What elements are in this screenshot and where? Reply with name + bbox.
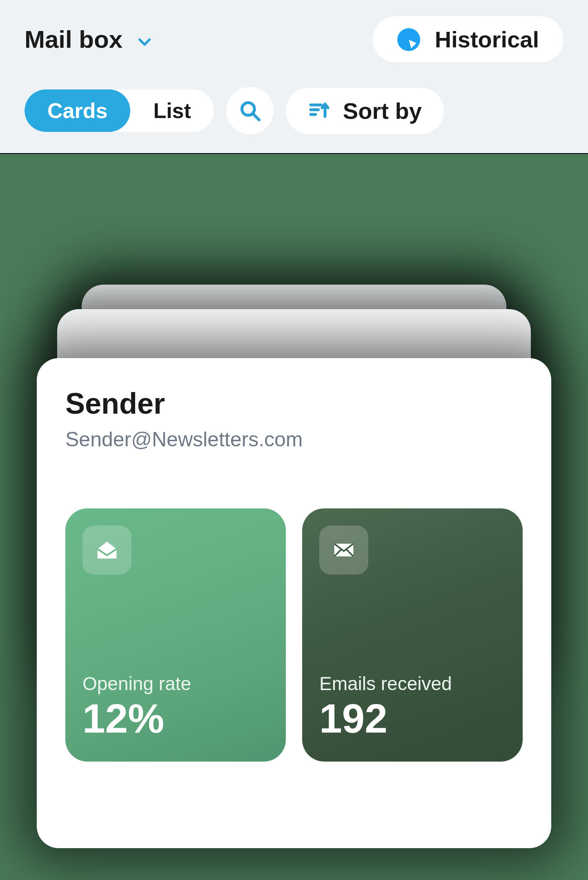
card-stage: Sender Sender@Newsletters.com Opening ra…	[0, 154, 588, 862]
top-bar: Mail box Historical Cards List	[0, 0, 588, 154]
historical-button[interactable]: Historical	[373, 16, 564, 62]
historical-label: Historical	[435, 26, 539, 53]
search-button[interactable]	[226, 87, 274, 134]
sender-title: Sender	[65, 387, 523, 420]
stat-emails-received[interactable]: Emails received 192	[302, 508, 523, 762]
mailbox-label: Mail box	[24, 25, 122, 53]
view-list-tab[interactable]: List	[130, 89, 214, 132]
stat-opening-rate[interactable]: Opening rate 12%	[65, 508, 286, 762]
svg-line-1	[253, 114, 259, 120]
clock-icon	[397, 28, 420, 51]
view-list-label: List	[153, 99, 191, 123]
sort-button[interactable]: Sort by	[286, 88, 444, 134]
search-icon	[238, 99, 261, 122]
sort-label: Sort by	[343, 98, 422, 124]
stat-opening-rate-label: Opening rate	[82, 673, 269, 695]
mailbox-dropdown[interactable]: Mail box	[24, 25, 152, 53]
view-cards-tab[interactable]: Cards	[24, 89, 130, 132]
sort-icon	[308, 99, 331, 122]
envelope-icon	[319, 526, 368, 575]
chevron-down-icon	[137, 35, 152, 49]
sender-email: Sender@Newsletters.com	[65, 428, 523, 451]
view-toggle: Cards List	[24, 89, 214, 132]
sender-card[interactable]: Sender Sender@Newsletters.com Opening ra…	[37, 358, 551, 848]
open-envelope-icon	[82, 526, 131, 575]
view-cards-label: Cards	[47, 99, 107, 123]
stat-opening-rate-value: 12%	[82, 698, 269, 739]
stat-emails-received-label: Emails received	[319, 673, 506, 695]
stat-emails-received-value: 192	[319, 698, 506, 739]
stats-row: Opening rate 12% Emails received 192	[65, 508, 523, 762]
